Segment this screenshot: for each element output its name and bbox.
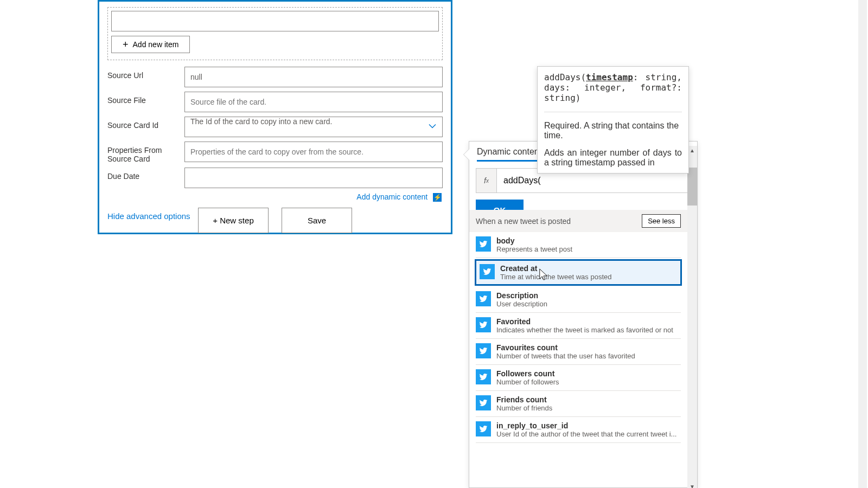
add-item-label: Add new item [133, 40, 179, 49]
save-button[interactable]: Save [282, 208, 352, 233]
panel-title-text: Dynamic content [477, 147, 541, 156]
props-label: Properties From Source Card [107, 142, 184, 163]
advanced-label: Hide advanced options [107, 211, 190, 221]
token-favourites-count[interactable]: Favourites countNumber of tweets that th… [476, 339, 681, 365]
token-description[interactable]: DescriptionUser description [476, 287, 681, 313]
token-desc: User Id of the author of the tweet that … [496, 430, 676, 438]
token-desc: Number of friends [496, 404, 552, 412]
source-card-id-select[interactable]: The Id of the card to copy into a new ca… [184, 117, 443, 137]
new-step-button[interactable]: + New step [198, 208, 269, 233]
token-title: Description [496, 291, 547, 300]
scroll-down-icon[interactable]: ▼ [687, 482, 697, 488]
source-card-id-label: Source Card Id [107, 117, 184, 130]
page-scrollbar[interactable] [858, 0, 867, 488]
panel-scroll-area: When a new tweet is posted See less body… [469, 210, 687, 487]
token-title: Favourites count [496, 343, 635, 352]
props-input[interactable] [184, 142, 443, 162]
token-desc: Represents a tweet post [496, 245, 572, 253]
token-in-reply-to-user-id[interactable]: in_reply_to_user_idUser Id of the author… [476, 417, 681, 443]
token-desc: Time at which the tweet was posted [500, 273, 611, 281]
panel-pointer [464, 149, 469, 160]
token-created-at[interactable]: Created atTime at which the tweet was po… [475, 259, 682, 286]
token-title: Favorited [496, 317, 673, 326]
plus-icon: + [123, 41, 129, 48]
token-section-header: When a new tweet is posted See less [469, 210, 687, 232]
source-file-label: Source File [107, 92, 184, 105]
token-title: body [496, 236, 572, 245]
token-title: Followers count [496, 369, 559, 378]
source-url-label: Source Url [107, 67, 184, 80]
token-title: Friends count [496, 395, 552, 404]
dyn-link-text: Add dynamic content [356, 192, 427, 201]
panel-scrollbar[interactable]: ▲ ▼ [687, 146, 697, 488]
source-card-id-placeholder: The Id of the card to copy into a new ca… [190, 117, 332, 126]
twitter-icon [476, 317, 491, 332]
token-favorited[interactable]: FavoritedIndicates whether the tweet is … [476, 313, 681, 339]
token-desc: Number of tweets that the user has favor… [496, 352, 635, 360]
lightning-icon: ⚡ [433, 193, 442, 202]
token-desc: User description [496, 300, 547, 308]
action-card: + Add new item Source Url Source File So… [98, 0, 452, 234]
tooltip-required: Required. A string that contains the tim… [544, 121, 682, 140]
twitter-icon [476, 236, 491, 252]
token-body[interactable]: bodyRepresents a tweet post [476, 232, 681, 258]
chevron-down-icon [428, 122, 437, 132]
source-file-input[interactable] [184, 92, 443, 112]
token-desc: Number of followers [496, 378, 559, 386]
token-desc: Indicates whether the tweet is marked as… [496, 326, 673, 334]
twitter-icon [476, 395, 491, 410]
token-title: Created at [500, 264, 611, 273]
add-dynamic-content-link[interactable]: Add dynamic content ⚡ [356, 192, 442, 201]
token-list: bodyRepresents a tweet postCreated atTim… [469, 232, 687, 443]
twitter-icon [476, 369, 491, 384]
token-followers-count[interactable]: Followers countNumber of followers [476, 365, 681, 391]
see-less-button[interactable]: See less [642, 214, 681, 228]
token-section-title: When a new tweet is posted [476, 217, 571, 226]
token-title: in_reply_to_user_id [496, 421, 676, 430]
twitter-icon [476, 421, 491, 436]
add-new-item-button[interactable]: + Add new item [111, 36, 190, 53]
array-item-0[interactable] [111, 11, 439, 31]
twitter-icon [476, 343, 491, 358]
twitter-icon [480, 264, 495, 279]
dynamic-content-panel: Dynamic content fx OK When a new tweet i… [469, 141, 698, 488]
twitter-icon [476, 291, 491, 306]
source-url-input[interactable] [184, 67, 443, 87]
expression-tooltip: addDays(timestamp: string, days: integer… [537, 66, 689, 174]
array-input-group: + Add new item [107, 7, 443, 60]
token-friends-count[interactable]: Friends countNumber of friends [476, 391, 681, 417]
tooltip-signature: addDays(timestamp: string, days: integer… [544, 72, 682, 103]
tooltip-desc: Adds an integer number of days to a stri… [544, 148, 682, 168]
due-date-label: Due Date [107, 168, 184, 181]
fx-icon: fx [476, 169, 497, 192]
due-date-input[interactable] [184, 168, 443, 188]
